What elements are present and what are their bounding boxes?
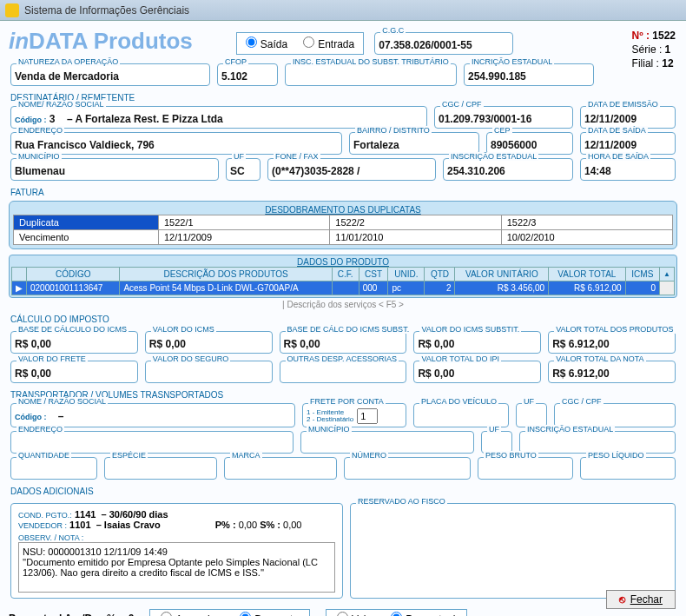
serie-value: 1 [665, 43, 671, 56]
col-vtot[interactable]: VALOR TOTAL [549, 268, 625, 282]
dup-cell[interactable]: 10/02/2010 [501, 230, 672, 245]
total-prod-label: VALOR TOTAL DOS PRODUTOS [554, 325, 675, 334]
base-icms-value[interactable]: R$ 0,00 [15, 333, 134, 350]
col-icms[interactable]: ICMS [625, 268, 660, 282]
dest-cgc-label: CGC / CPF [440, 100, 484, 109]
valor-perc-group: Valor Percentual [326, 609, 467, 616]
total-nota-value[interactable]: R$ 6.912,00 [552, 362, 671, 380]
transp-nome-value[interactable]: Código : – [15, 405, 291, 422]
cell-vtot[interactable]: R$ 6.912,00 [549, 282, 625, 295]
header-meta: Nº : 1522 Série : 1 Filial : 12 [632, 28, 676, 71]
insc-est-label: INCRIÇÃO ESTADUAL [470, 57, 554, 66]
outras-label: OUTRAS DESP. ACESSORIAS [286, 354, 399, 363]
dest-cgc-value[interactable]: 01.209.793/0001-16 [439, 108, 569, 125]
natureza-label: NATUREZA DA OPERAÇÃO [16, 57, 120, 66]
cell-cf[interactable] [332, 282, 359, 295]
col-vunit[interactable]: VALOR UNITÁRIO [455, 268, 549, 282]
cell-cst[interactable]: 000 [359, 282, 388, 295]
dest-uf-value[interactable]: SC [230, 160, 256, 177]
hora-saida-value[interactable]: 14:48 [584, 160, 671, 177]
table-row: Duplicata 1522/1 1522/2 1522/3 [14, 215, 673, 230]
dup-cell[interactable]: 1522/3 [501, 215, 672, 230]
table-row: Vencimento 12/11/2009 11/01/2010 10/02/2… [14, 230, 673, 245]
dest-endereco-label: ENDEREÇO [16, 126, 64, 135]
radio-desconto[interactable]: Desconto [240, 612, 299, 616]
dest-cep-value[interactable]: 89056000 [491, 134, 569, 151]
dup-cell[interactable]: 1522/2 [330, 215, 501, 230]
frete-value[interactable]: R$ 0,00 [15, 362, 134, 380]
window-titlebar: Sistema de Informações Gerênciais [0, 0, 686, 21]
dup-cell[interactable]: 12/11/2009 [158, 230, 329, 245]
cell-codigo[interactable]: 020001001113647 [27, 282, 120, 295]
hora-saida-label: HORA DE SAÍDA [586, 152, 650, 161]
radio-percentual[interactable]: Percentual [391, 612, 455, 616]
numero-value: 1522 [652, 30, 676, 42]
cgc-value[interactable]: 07.358.026/0001-55 [379, 34, 509, 51]
insc-est-value[interactable]: 254.990.185 [468, 65, 590, 83]
brand-logo: inDATA Produtos [9, 28, 193, 55]
radio-entrada[interactable]: Entrada [303, 36, 354, 50]
valor-subst-value[interactable]: R$ 0,00 [418, 333, 537, 350]
transp-cgc-label: CGC / CPF [560, 397, 604, 406]
cgc-label: C.G.C [380, 26, 406, 35]
fisco-value[interactable] [354, 505, 671, 583]
dup-header-cell[interactable]: Vencimento [14, 230, 159, 245]
placa-label: PLACA DO VEÍCULO [419, 397, 498, 406]
dest-insc-est-value[interactable]: 254.310.206 [447, 160, 569, 177]
insc-subst-label: INSC. ESTADUAL DO SUBST. TRIBUTÁRIO [291, 57, 451, 66]
dest-endereco-value[interactable]: Rua Francisco Valdieck, 796 [15, 134, 338, 151]
data-emissao-value[interactable]: 12/11/2009 [584, 108, 671, 125]
dest-municipio-value[interactable]: Blumenau [15, 160, 214, 177]
row-marker-icon: ▶ [12, 282, 27, 295]
col-unid[interactable]: UNID. [388, 268, 425, 282]
cell-vunit[interactable]: R$ 3.456,00 [455, 282, 549, 295]
radio-acrescimo[interactable]: Acrescimo [161, 612, 224, 616]
dup-cell[interactable]: 1522/1 [158, 215, 329, 230]
dest-fone-value[interactable]: (0**47)3035-2828 / [272, 160, 432, 177]
valor-subst-label: VALOR DO ICMS SUBSTIT. [419, 325, 521, 334]
produtos-title: DADOS DO PRODUTO [11, 257, 675, 267]
cell-desc[interactable]: Acess Point 54 Mbps D-Link DWL-G700AP/A [120, 282, 332, 295]
dup-header-cell[interactable]: Duplicata [14, 215, 159, 230]
observ-label: OBSERV. / NOTA : [18, 533, 335, 542]
observ-textarea[interactable]: NSU: 0000001310 12/11/09 14:49 ''Documen… [18, 542, 335, 593]
cell-qtd[interactable]: 2 [425, 282, 455, 295]
radio-valor[interactable]: Valor [337, 612, 375, 616]
dest-nome-value[interactable]: Código : 3 – A Fortaleza Rest. E Pizza L… [15, 108, 423, 125]
valor-icms-value[interactable]: R$ 0,00 [149, 333, 268, 350]
dest-fone-label: FONE / FAX [274, 152, 320, 161]
dup-cell[interactable]: 11/01/2010 [330, 230, 501, 245]
transp-especie-label: ESPÉCIE [110, 451, 148, 460]
base-subst-label: BASE DE CÁLC DO ICMS SUBST. [286, 325, 412, 334]
col-qtd[interactable]: QTD [425, 268, 455, 282]
scroll-track[interactable] [660, 282, 675, 295]
direction-radio-group: Saída Entrada [236, 32, 364, 55]
total-prod-value[interactable]: R$ 6.912,00 [552, 333, 671, 350]
col-desc[interactable]: DESCRIÇÃO DOS PRODUTOS [120, 268, 332, 282]
cfop-value[interactable]: 5.102 [221, 65, 274, 83]
base-subst-value[interactable]: R$ 0,00 [284, 333, 403, 350]
col-cst[interactable]: CST [359, 268, 388, 282]
cell-icms[interactable]: 0 [625, 282, 660, 295]
app-icon [5, 3, 19, 17]
data-emissao-label: DATA DE EMISSÃO [586, 100, 660, 109]
fisco-label: RESERVADO AO FISCO [356, 497, 447, 506]
close-button[interactable]: ⎋ Fechar [606, 590, 676, 609]
percentual-value: 0 [129, 613, 135, 616]
data-saida-value[interactable]: 12/11/2009 [584, 134, 671, 151]
scroll-up-icon[interactable]: ▲ [660, 268, 675, 282]
radio-saida[interactable]: Saída [246, 36, 287, 50]
frete-label: VALOR DO FRETE [16, 354, 88, 363]
table-row[interactable]: ▶ 020001001113647 Acess Point 54 Mbps D-… [12, 282, 675, 295]
adicionais-title: DADOS ADICIONAIS [10, 487, 677, 496]
frete-conta-input[interactable] [357, 408, 378, 424]
ipi-value[interactable]: R$ 0,00 [418, 362, 537, 380]
natureza-value[interactable]: Venda de Mercadoria [15, 65, 206, 83]
frete-conta-label: FRETE POR CONTA [308, 397, 386, 406]
transp-qtd-label: QUANTIDADE [16, 451, 71, 460]
col-codigo[interactable]: CÓDIGO [27, 268, 120, 282]
col-cf[interactable]: C.F. [332, 268, 359, 282]
cell-unid[interactable]: pc [388, 282, 425, 295]
dest-bairro-value[interactable]: Fortaleza [353, 134, 475, 151]
servicos-hint: | Descrição dos serviços < F5 > [9, 300, 677, 309]
